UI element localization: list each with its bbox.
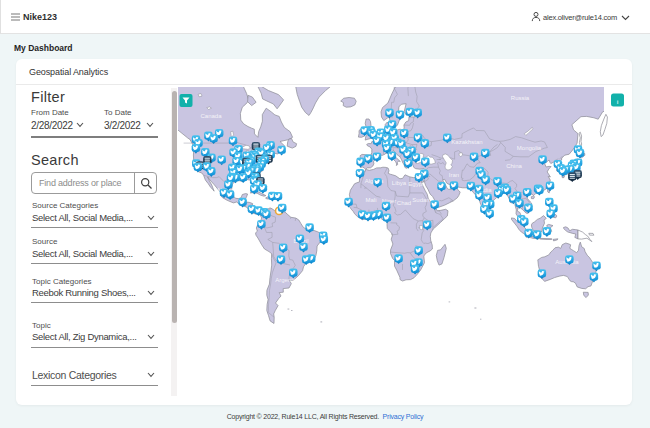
svg-text:Sudan: Sudan	[412, 197, 429, 203]
svg-text:Mongolia: Mongolia	[517, 145, 542, 151]
svg-text:Argentina: Argentina	[275, 277, 301, 283]
svg-text:Chad: Chad	[397, 200, 411, 206]
svg-text:Egypt: Egypt	[408, 181, 424, 187]
svg-text:Iran: Iran	[449, 172, 459, 178]
svg-text:Canada: Canada	[200, 113, 222, 119]
svg-text:Russia: Russia	[511, 95, 530, 101]
svg-text:Mali: Mali	[365, 197, 376, 203]
svg-text:Kazakhstan: Kazakhstan	[451, 139, 482, 145]
svg-text:China: China	[506, 163, 522, 169]
svg-text:Libya: Libya	[392, 180, 407, 186]
